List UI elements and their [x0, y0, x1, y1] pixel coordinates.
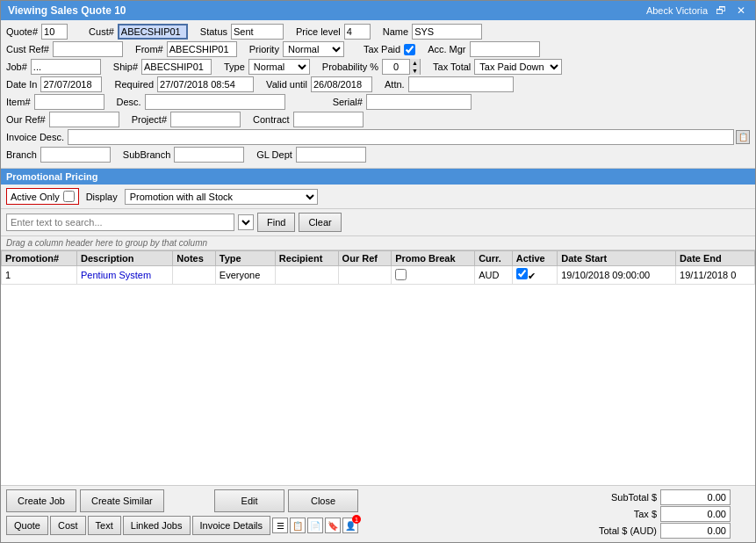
our-ref-input[interactable] — [49, 112, 119, 127]
tab-icon-4[interactable]: 🔖 — [325, 518, 341, 533]
table-container: Promotion# Description Notes Type Recipi… — [1, 250, 755, 485]
create-similar-button[interactable]: Create Similar — [80, 489, 164, 512]
probability-input[interactable] — [383, 60, 409, 74]
tab-icon-5[interactable]: 👤1 — [342, 518, 358, 533]
from-input[interactable] — [167, 41, 237, 57]
form-row-3: Job# Ship# Type Normal Probability % ▲ ▼ — [6, 59, 750, 75]
bottom-bar: Create Job Create Similar Edit Close Quo… — [1, 485, 755, 542]
table-body: 1 Pentium System Everyone AUD ✔ 19/10/20… — [2, 266, 755, 285]
invoice-desc-input[interactable] — [68, 129, 734, 145]
restore-button[interactable]: 🗗 — [713, 4, 729, 17]
col-our-ref[interactable]: Our Ref — [338, 251, 392, 266]
title-bar-right: Abeck Victoria 🗗 ✕ — [646, 4, 748, 17]
tab-text[interactable]: Text — [88, 516, 121, 535]
search-dropdown[interactable] — [238, 214, 254, 230]
tab-quote[interactable]: Quote — [6, 516, 48, 535]
tab-invoice-details[interactable]: Invoice Details — [192, 516, 271, 535]
tax-total-label: Tax Total — [433, 62, 472, 72]
col-active[interactable]: Active — [512, 251, 558, 266]
quote-input[interactable] — [41, 24, 68, 40]
table-row: 1 Pentium System Everyone AUD ✔ 19/10/20… — [2, 266, 755, 285]
name-input[interactable] — [412, 24, 482, 40]
item-input[interactable] — [34, 94, 104, 110]
promo-break-checkbox[interactable] — [395, 269, 407, 280]
spinner-down[interactable]: ▼ — [409, 67, 420, 75]
col-recipient[interactable]: Recipient — [275, 251, 338, 266]
col-description[interactable]: Description — [77, 251, 173, 266]
col-curr[interactable]: Curr. — [475, 251, 513, 266]
spinner-up[interactable]: ▲ — [409, 59, 420, 67]
form-section: Quote# Cust# Status Price level Name Cus… — [1, 20, 755, 169]
required-input[interactable] — [157, 76, 254, 92]
col-promo-break[interactable]: Promo Break — [392, 251, 475, 266]
ship-label: Ship# — [113, 62, 140, 72]
col-type[interactable]: Type — [215, 251, 275, 266]
name-label: Name — [383, 26, 410, 37]
valid-until-input[interactable] — [311, 76, 372, 92]
job-input[interactable] — [31, 59, 101, 75]
type-select[interactable]: Normal — [248, 59, 310, 75]
serial-input[interactable] — [366, 94, 472, 110]
invoice-desc-icon-btn[interactable]: 📋 — [736, 130, 750, 144]
edit-button[interactable]: Edit — [214, 489, 284, 512]
status-input[interactable] — [231, 24, 284, 40]
tax-paid-checkbox[interactable] — [404, 44, 415, 55]
content-area: Quote# Cust# Status Price level Name Cus… — [1, 20, 755, 542]
promo-table: Promotion# Description Notes Type Recipi… — [1, 250, 755, 285]
cell-our-ref — [338, 266, 392, 285]
tab-icon-1[interactable]: ☰ — [272, 518, 288, 533]
probability-spinner[interactable]: ▲ ▼ — [382, 59, 421, 75]
subbranch-input[interactable] — [174, 147, 244, 163]
gl-dept-label: GL Dept — [256, 149, 294, 160]
action-buttons-row: Create Job Create Similar Edit Close — [6, 489, 358, 512]
active-only-checkbox[interactable] — [63, 191, 75, 202]
create-job-button[interactable]: Create Job — [6, 489, 76, 512]
project-input[interactable] — [170, 112, 241, 127]
tax-value: 0.00 — [660, 506, 731, 522]
clear-button[interactable]: Clear — [299, 213, 341, 232]
close-button[interactable]: Close — [288, 489, 358, 512]
job-label: Job# — [6, 62, 29, 72]
display-select[interactable]: Promotion with all Stock — [125, 189, 318, 205]
spinner-buttons: ▲ ▼ — [409, 59, 420, 75]
date-in-input[interactable] — [40, 76, 102, 92]
price-level-input[interactable] — [344, 24, 371, 40]
col-date-end[interactable]: Date End — [676, 251, 755, 266]
col-notes[interactable]: Notes — [173, 251, 216, 266]
promo-controls: Active Only Display Promotion with all S… — [1, 185, 755, 209]
close-window-button[interactable]: ✕ — [734, 4, 748, 17]
tax-total-select[interactable]: Tax Paid Down — [474, 59, 562, 75]
cell-notes — [173, 266, 216, 285]
priority-select[interactable]: Normal — [283, 41, 344, 57]
cust-ref-input[interactable] — [53, 41, 123, 57]
tab-cost[interactable]: Cost — [50, 516, 86, 535]
desc-input[interactable] — [145, 94, 285, 110]
cust-input[interactable] — [118, 24, 188, 40]
from-label: From# — [135, 44, 165, 54]
subbranch-label: SubBranch — [123, 149, 172, 160]
attn-input[interactable] — [408, 76, 514, 92]
project-label: Project# — [132, 114, 169, 125]
search-input[interactable] — [6, 214, 234, 231]
contract-input[interactable] — [293, 112, 364, 127]
tab-linked-jobs[interactable]: Linked Jobs — [123, 516, 191, 535]
tab-icon-2[interactable]: 📋 — [290, 518, 306, 533]
col-promotion[interactable]: Promotion# — [2, 251, 77, 266]
ship-input[interactable] — [141, 59, 212, 75]
active-only-label: Active Only — [11, 192, 60, 202]
branch-input[interactable] — [40, 147, 111, 163]
gl-dept-input[interactable] — [296, 147, 366, 163]
drag-hint: Drag a column header here to group by th… — [1, 236, 755, 250]
valid-until-label: Valid until — [266, 79, 309, 90]
cell-description[interactable]: Pentium System — [77, 266, 173, 285]
status-label: Status — [200, 26, 229, 37]
active-checkbox[interactable] — [516, 268, 528, 279]
total-label: Total $ (AUD) — [569, 525, 657, 536]
date-in-label: Date In — [6, 79, 39, 90]
find-button[interactable]: Find — [257, 213, 295, 232]
tab-icon-3[interactable]: 📄 — [307, 518, 323, 533]
col-date-start[interactable]: Date Start — [558, 251, 676, 266]
priority-label: Priority — [249, 44, 281, 54]
acc-mgr-input[interactable] — [470, 41, 540, 57]
tax-label: Tax $ — [569, 509, 657, 519]
